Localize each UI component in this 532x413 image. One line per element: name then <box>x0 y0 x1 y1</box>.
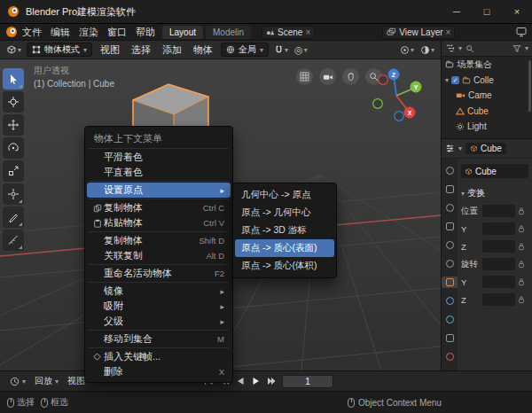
measure-tool[interactable] <box>3 230 24 251</box>
workspace-tab-modeling[interactable]: Modelin <box>206 26 251 39</box>
outliner-row-light[interactable]: Light <box>442 119 532 135</box>
menu-item-copy-objects[interactable]: 复制物体Ctrl C <box>87 200 231 215</box>
view-layer-selector[interactable]: View Layer × <box>382 26 455 39</box>
menu-item-origin-to-center-of-mass-surface[interactable]: 原点 -> 质心(表面) <box>235 239 334 257</box>
grid-ortho-button[interactable] <box>296 68 313 85</box>
menu-item-move-to-collection[interactable]: 移动到集合M <box>87 331 231 347</box>
menu-item-origin-to-center-of-mass-volume[interactable]: 原点 -> 质心(体积) <box>235 257 334 275</box>
location-x-field[interactable] <box>482 205 515 217</box>
menu-item-duplicate-linked[interactable]: 关联复制Alt D <box>87 248 231 263</box>
transform-section-header[interactable]: ▾ 变换 <box>461 187 528 199</box>
rotation-y-field[interactable] <box>482 276 515 288</box>
lock-icon[interactable] <box>518 242 525 251</box>
menu-item-paste-objects[interactable]: 粘贴物体Ctrl V <box>87 215 231 230</box>
menu-item-geometry-to-origin[interactable]: 几何中心 -> 原点 <box>235 186 334 204</box>
overlays-toggle[interactable]: ▾ <box>397 45 417 55</box>
maximize-button[interactable]: □ <box>472 0 502 23</box>
collection-checkbox[interactable]: ✓ <box>451 76 459 84</box>
properties-editor-icon[interactable] <box>445 144 455 153</box>
search-icon[interactable] <box>466 44 474 53</box>
viewport-menu-view[interactable]: 视图 <box>95 43 125 57</box>
outliner-row-collection[interactable]: ▾ ✓ Colle <box>442 73 532 89</box>
close-button[interactable]: × <box>502 0 532 23</box>
scene-properties-tab[interactable] <box>443 239 456 251</box>
lock-icon[interactable] <box>518 260 525 269</box>
menu-item-origin-to-geometry[interactable]: 原点 -> 几何中心 <box>235 204 334 222</box>
menu-edit[interactable]: 编辑 <box>46 26 74 39</box>
workspace-tab-layout[interactable]: Layout <box>162 26 203 39</box>
transform-tool[interactable] <box>3 183 24 205</box>
outliner-row-camera[interactable]: Came <box>442 88 532 104</box>
outliner-editor-icon[interactable] <box>445 43 455 53</box>
next-keyframe-button[interactable] <box>266 375 278 387</box>
menu-window[interactable]: 窗口 <box>103 26 131 39</box>
menu-item-shade-flat[interactable]: 平直着色 <box>87 165 231 180</box>
axis-z-negative-ball[interactable] <box>395 112 404 121</box>
lock-icon[interactable] <box>518 224 525 233</box>
scene-unlink-icon[interactable]: × <box>305 27 310 37</box>
menu-item-rename-active-object[interactable]: 重命名活动物体F2 <box>87 266 231 281</box>
timeline-menu-playback[interactable]: 回放 ▾ <box>30 375 63 387</box>
select-box-tool[interactable] <box>3 68 24 90</box>
menu-file[interactable]: 文件 <box>18 26 46 39</box>
collection-expand-icon[interactable]: ▾ <box>445 76 449 84</box>
editor-type-button[interactable]: ▾ <box>4 44 24 55</box>
viewlayer-properties-tab[interactable] <box>443 221 456 232</box>
lock-icon[interactable] <box>518 206 525 215</box>
outliner-scrollbar[interactable] <box>528 60 531 112</box>
transform-orientation-selector[interactable]: 全局 ▾ <box>221 43 269 57</box>
material-properties-tab[interactable] <box>443 351 456 362</box>
modifier-properties-tab[interactable] <box>443 295 456 307</box>
shading-mode-switch[interactable]: ▾ <box>418 45 437 55</box>
play-button[interactable] <box>250 375 262 387</box>
menu-help[interactable]: 帮助 <box>131 26 160 39</box>
proportional-edit-toggle[interactable]: ◎ ▾ <box>292 44 310 56</box>
menu-item-parent[interactable]: 父级▸ <box>87 314 231 329</box>
camera-view-button[interactable] <box>319 68 336 85</box>
axis-y-negative-ball[interactable] <box>373 99 383 109</box>
location-z-field[interactable] <box>482 240 515 253</box>
menu-item-set-origin[interactable]: 设置原点▸ <box>87 183 231 198</box>
rotate-tool[interactable] <box>3 137 24 159</box>
menu-render[interactable]: 渲染 <box>74 26 103 39</box>
screen-layout-icon[interactable] <box>516 27 527 37</box>
view-layer-remove-icon[interactable]: × <box>446 27 451 37</box>
scene-selector[interactable]: Scene × <box>262 26 315 39</box>
rotation-x-field[interactable] <box>482 258 515 270</box>
navigation-gizmo[interactable]: Z Y X <box>356 62 427 126</box>
menu-item-origin-to-3d-cursor[interactable]: 原点 -> 3D 游标 <box>235 222 334 239</box>
menu-item-mirror[interactable]: 镜像▸ <box>87 284 231 299</box>
world-properties-tab[interactable] <box>443 258 456 269</box>
output-properties-tab[interactable] <box>443 202 456 214</box>
render-properties-tab[interactable] <box>443 183 456 195</box>
timeline-editor-button[interactable]: ▾ <box>5 377 30 386</box>
viewport-menu-add[interactable]: 添加 <box>157 43 187 57</box>
move-tool[interactable] <box>3 114 24 136</box>
lock-icon[interactable] <box>518 277 525 286</box>
snap-toggle[interactable]: ▾ <box>271 45 291 55</box>
annotate-tool[interactable] <box>3 206 24 228</box>
axis-x-negative-ball[interactable] <box>379 75 388 85</box>
menu-item-duplicate-objects[interactable]: 复制物体Shift D <box>87 233 231 248</box>
menu-item-insert-keyframe[interactable]: 插入关键帧... <box>87 349 231 364</box>
menu-item-delete[interactable]: 删除X <box>87 364 231 379</box>
minimize-button[interactable]: ─ <box>442 0 472 23</box>
current-frame-field[interactable]: 1 <box>282 375 333 388</box>
physics-properties-tab[interactable] <box>443 314 456 325</box>
outliner-row-scene-collection[interactable]: 场景集合 <box>442 57 532 73</box>
play-reverse-button[interactable] <box>234 375 246 387</box>
data-properties-tab[interactable] <box>443 332 456 344</box>
rotation-z-field[interactable] <box>482 293 515 306</box>
filter-icon[interactable] <box>512 44 521 53</box>
outliner-row-cube[interactable]: Cube <box>442 104 532 120</box>
viewport-menu-select[interactable]: 选择 <box>126 43 156 57</box>
tool-properties-tab[interactable] <box>443 165 456 176</box>
cursor-tool[interactable] <box>3 91 24 113</box>
mode-selector[interactable]: 物体模式 ▾ <box>27 43 92 57</box>
viewport-menu-object[interactable]: 物体 <box>188 43 218 57</box>
object-properties-tab[interactable] <box>442 277 458 288</box>
menu-item-snap[interactable]: 吸附▸ <box>87 299 231 314</box>
location-y-field[interactable] <box>482 222 515 235</box>
scale-tool[interactable] <box>3 160 24 182</box>
object-name-field[interactable]: Cube <box>461 164 528 178</box>
